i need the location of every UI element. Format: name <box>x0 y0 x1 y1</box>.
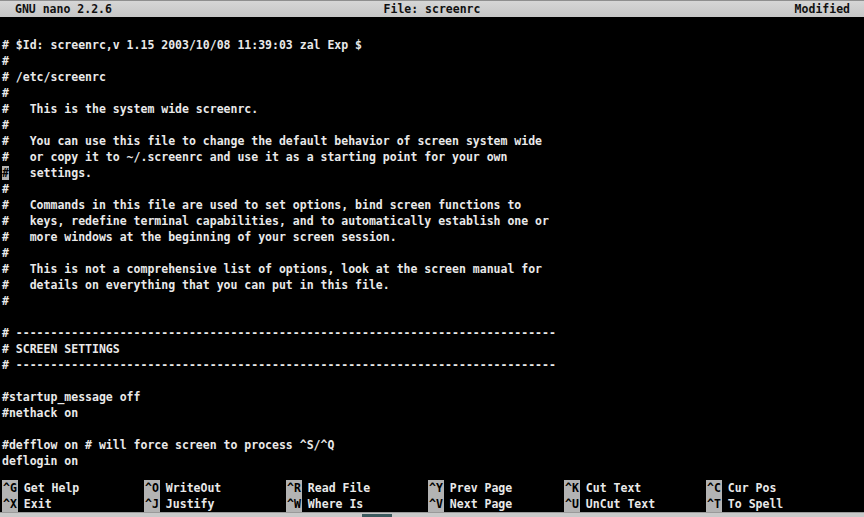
shortcut-exit[interactable]: ^XExit <box>2 496 52 512</box>
shortcut-label: Get Help <box>24 481 79 495</box>
buffer-line[interactable]: # SCREEN SETTINGS <box>2 341 864 357</box>
modified-status-badge: Modified <box>795 2 850 17</box>
buffer-line[interactable]: deflogin on <box>2 453 864 469</box>
shortcut-row-2: ^XExit^JJustify^WWhere Is^VNext Page^UUn… <box>0 496 864 512</box>
file-name-label: File: screenrc <box>0 2 864 17</box>
buffer-line[interactable]: # --------------------------------------… <box>2 325 864 341</box>
buffer-line[interactable]: # <box>2 53 864 69</box>
shortcut-label: Exit <box>24 497 52 511</box>
shortcut-label: Next Page <box>450 497 512 511</box>
shortcut-key-badge: ^G <box>2 480 18 496</box>
buffer-line[interactable]: # <box>2 181 864 197</box>
shortcut-label: WriteOut <box>166 481 221 495</box>
shortcut-row-1: ^GGet Help^OWriteOut^RRead File^YPrev Pa… <box>0 480 864 496</box>
text-cursor: # <box>2 166 9 180</box>
shortcut-key-badge: ^V <box>428 496 444 512</box>
shortcut-label: Cut Text <box>586 481 641 495</box>
buffer-line[interactable]: #nethack on <box>2 405 864 421</box>
buffer-line[interactable]: # --------------------------------------… <box>2 357 864 373</box>
buffer-line[interactable]: #defflow on # will force screen to proce… <box>2 437 864 453</box>
shortcut-justify[interactable]: ^JJustify <box>144 496 214 512</box>
buffer-line[interactable]: # or copy it to ~/.screenrc and use it a… <box>2 149 864 165</box>
buffer-line[interactable] <box>2 309 864 325</box>
shortcut-read-file[interactable]: ^RRead File <box>286 480 370 496</box>
shortcut-to-spell[interactable]: ^TTo Spell <box>706 496 783 512</box>
buffer-line[interactable]: # <box>2 117 864 133</box>
shortcut-key-badge: ^T <box>706 496 722 512</box>
shortcut-key-badge: ^J <box>144 496 160 512</box>
shortcut-label: UnCut Text <box>586 497 655 511</box>
shortcut-writeout[interactable]: ^OWriteOut <box>144 480 221 496</box>
buffer-line[interactable]: # This is the system wide screenrc. <box>2 101 864 117</box>
shortcut-label: Cur Pos <box>728 481 776 495</box>
buffer-line[interactable]: # <box>2 245 864 261</box>
shortcut-key-badge: ^Y <box>428 480 444 496</box>
buffer-line[interactable]: #startup_message off <box>2 389 864 405</box>
shortcut-label: Read File <box>308 481 370 495</box>
window-bottom-edge <box>0 512 864 517</box>
shortcut-prev-page[interactable]: ^YPrev Page <box>428 480 512 496</box>
buffer-line[interactable]: # <box>2 293 864 309</box>
shortcut-cut-text[interactable]: ^KCut Text <box>564 480 641 496</box>
buffer-line[interactable]: # details on everything that you can put… <box>2 277 864 293</box>
shortcut-key-badge: ^C <box>706 480 722 496</box>
shortcut-label: Prev Page <box>450 481 512 495</box>
shortcut-next-page[interactable]: ^VNext Page <box>428 496 512 512</box>
buffer-line[interactable]: # Commands in this file are used to set … <box>2 197 864 213</box>
terminal-window: GNU nano 2.2.6 File: screenrc Modified #… <box>0 0 864 517</box>
nano-titlebar: GNU nano 2.2.6 File: screenrc Modified <box>0 0 864 17</box>
shortcut-get-help[interactable]: ^GGet Help <box>2 480 79 496</box>
shortcut-label: Where Is <box>308 497 363 511</box>
shortcut-cur-pos[interactable]: ^CCur Pos <box>706 480 776 496</box>
buffer-line[interactable]: # settings. <box>2 165 864 181</box>
buffer-line[interactable]: # /etc/screenrc <box>2 69 864 85</box>
buffer-line[interactable]: # more windows at the beginning of your … <box>2 229 864 245</box>
buffer-line[interactable]: # This is not a comprehensive list of op… <box>2 261 864 277</box>
buffer-line[interactable]: # You can use this file to change the de… <box>2 133 864 149</box>
buffer-line[interactable]: # $Id: screenrc,v 1.15 2003/10/08 11:39:… <box>2 37 864 53</box>
buffer-line[interactable] <box>2 421 864 437</box>
buffer-line[interactable] <box>2 373 864 389</box>
shortcut-key-badge: ^K <box>564 480 580 496</box>
editor-buffer[interactable]: # $Id: screenrc,v 1.15 2003/10/08 11:39:… <box>2 37 864 469</box>
shortcut-where-is[interactable]: ^WWhere Is <box>286 496 363 512</box>
shortcut-label: To Spell <box>728 497 783 511</box>
buffer-line[interactable]: # <box>2 85 864 101</box>
shortcut-key-badge: ^U <box>564 496 580 512</box>
buffer-line[interactable]: # keys, redefine terminal capabilities, … <box>2 213 864 229</box>
shortcut-key-badge: ^X <box>2 496 18 512</box>
shortcut-label: Justify <box>166 497 214 511</box>
shortcut-key-badge: ^W <box>286 496 302 512</box>
shortcut-uncut-text[interactable]: ^UUnCut Text <box>564 496 655 512</box>
shortcut-key-badge: ^O <box>144 480 160 496</box>
shortcut-key-badge: ^R <box>286 480 302 496</box>
